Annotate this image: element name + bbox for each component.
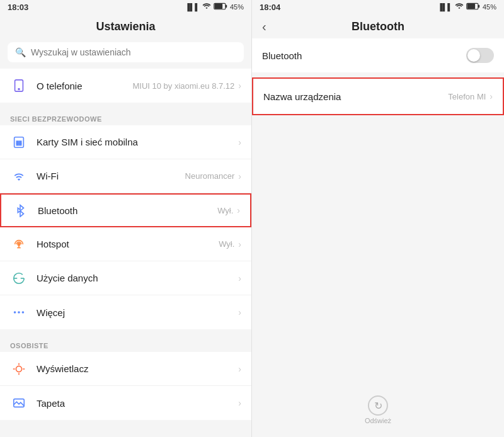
device-name-row[interactable]: Nazwa urządzenia Telefon MI › xyxy=(252,77,504,115)
svg-rect-7 xyxy=(20,141,21,143)
bluetooth-toggle-row[interactable]: Bluetooth xyxy=(252,38,504,72)
right-time: 18:04 xyxy=(260,3,280,12)
data-usage-chevron: › xyxy=(238,273,241,283)
refresh-button[interactable]: ↻ Odśwież xyxy=(365,395,391,424)
data-usage-item[interactable]: Użycie danych › xyxy=(0,261,251,295)
search-icon: 🔍 xyxy=(15,47,26,57)
svg-rect-5 xyxy=(14,137,24,147)
battery-status xyxy=(214,3,227,11)
about-phone-value: MIUI 10 by xiaomi.eu 8.7.12 xyxy=(132,81,234,91)
data-usage-label: Użycie danych xyxy=(37,273,238,283)
svg-point-14 xyxy=(18,311,20,314)
refresh-icon: ↻ xyxy=(368,395,388,416)
about-phone-chevron: › xyxy=(238,81,241,91)
right-bottom: ↻ Odśwież xyxy=(252,399,504,437)
right-wifi-icon xyxy=(455,3,464,11)
personal-group: Wyświetlacz › Tapeta › xyxy=(0,352,251,420)
device-name-label: Nazwa urządzenia xyxy=(263,91,448,102)
battery-percent-left: 45% xyxy=(230,3,244,11)
right-status-bar: 18:04 ▐▌▌ 45% xyxy=(252,0,504,14)
settings-list: O telefonie MIUI 10 by xiaomi.eu 8.7.12 … xyxy=(0,69,251,437)
svg-point-10 xyxy=(18,243,20,246)
display-icon xyxy=(10,360,28,378)
wallpaper-chevron: › xyxy=(238,398,241,408)
top-item-group: O telefonie MIUI 10 by xiaomi.eu 8.7.12 … xyxy=(0,69,251,103)
about-phone-item[interactable]: O telefonie MIUI 10 by xiaomi.eu 8.7.12 … xyxy=(0,69,251,103)
wallpaper-item[interactable]: Tapeta › xyxy=(0,386,251,420)
signal-icon: ▐▌▌ xyxy=(185,3,200,11)
wifi-value: Neuromancer xyxy=(185,171,235,181)
wifi-icon xyxy=(10,167,28,185)
wifi-label: Wi-Fi xyxy=(37,171,185,181)
left-page-title: Ustawienia xyxy=(0,14,251,38)
svg-rect-8 xyxy=(16,143,18,145)
hotspot-label: Hotspot xyxy=(37,239,219,249)
sim-chevron: › xyxy=(238,137,241,147)
more-chevron: › xyxy=(238,307,241,317)
bluetooth-toggle-label: Bluetooth xyxy=(262,50,466,61)
wallpaper-label: Tapeta xyxy=(37,398,238,409)
right-panel: 18:04 ▐▌▌ 45% ‹ Bluetooth xyxy=(252,0,504,437)
back-button[interactable]: ‹ xyxy=(262,20,266,34)
right-battery-percent: 45% xyxy=(483,3,496,11)
right-status-icons: ▐▌▌ 45% xyxy=(438,3,496,11)
search-bar[interactable]: 🔍 xyxy=(8,42,244,62)
section-header-network: SIECI BEZPRZEWODOWE xyxy=(0,108,251,125)
toggle-knob xyxy=(467,49,480,62)
wallpaper-icon xyxy=(10,394,28,412)
display-chevron: › xyxy=(238,364,241,374)
sim-item[interactable]: Karty SIM i sieć mobilna › xyxy=(0,125,251,159)
hotspot-value: Wył. xyxy=(219,239,234,249)
left-status-bar: 18:03 ▐▌▌ 45% xyxy=(0,0,251,14)
hotspot-icon xyxy=(10,236,28,253)
right-page-title: Bluetooth xyxy=(262,20,494,33)
refresh-label: Odśwież xyxy=(365,417,391,424)
svg-point-15 xyxy=(22,311,25,314)
search-input[interactable] xyxy=(31,47,236,57)
bluetooth-item[interactable]: Bluetooth Wył. › xyxy=(0,193,251,227)
bluetooth-label: Bluetooth xyxy=(38,205,217,216)
svg-rect-23 xyxy=(478,5,479,8)
right-battery xyxy=(466,3,480,11)
svg-rect-6 xyxy=(16,141,18,143)
bluetooth-toggle-switch[interactable] xyxy=(466,48,494,63)
svg-point-4 xyxy=(18,89,20,90)
svg-rect-24 xyxy=(467,4,476,9)
more-item[interactable]: Więcej › xyxy=(0,295,251,329)
svg-rect-9 xyxy=(20,143,21,145)
device-name-value: Telefon MI xyxy=(448,92,486,101)
right-content: Bluetooth Nazwa urządzenia Telefon MI › xyxy=(252,38,504,399)
bluetooth-chevron: › xyxy=(237,205,240,215)
left-status-icons: ▐▌▌ 45% xyxy=(185,3,244,11)
display-item[interactable]: Wyświetlacz › xyxy=(0,352,251,386)
network-group: Karty SIM i sieć mobilna › Wi-Fi Neuroma… xyxy=(0,125,251,329)
right-signal-icon: ▐▌▌ xyxy=(438,3,452,11)
bluetooth-icon xyxy=(11,201,29,219)
phone-icon xyxy=(10,77,28,94)
sim-label: Karty SIM i sieć mobilna xyxy=(37,137,238,147)
display-label: Wyświetlacz xyxy=(37,363,238,374)
svg-rect-1 xyxy=(226,5,227,8)
wifi-chevron: › xyxy=(238,171,241,181)
bluetooth-value: Wył. xyxy=(217,206,233,215)
sim-icon xyxy=(10,133,28,151)
svg-point-13 xyxy=(14,311,16,314)
hotspot-item[interactable]: Hotspot Wył. › xyxy=(0,227,251,261)
wifi-status-icon xyxy=(202,3,211,11)
svg-point-16 xyxy=(16,366,21,372)
more-icon xyxy=(10,304,28,321)
hotspot-chevron: › xyxy=(238,239,241,249)
left-panel: 18:03 ▐▌▌ 45% Ustawienia 🔍 xyxy=(0,0,252,437)
about-phone-label: O telefonie xyxy=(37,81,132,91)
right-header: ‹ Bluetooth xyxy=(252,14,504,38)
section-header-personal: OSOBISTE xyxy=(0,334,251,352)
data-usage-icon xyxy=(10,270,28,287)
left-time: 18:03 xyxy=(8,3,28,12)
svg-rect-2 xyxy=(215,4,223,9)
device-name-chevron: › xyxy=(490,91,493,101)
more-label: Więcej xyxy=(37,307,238,318)
wifi-item[interactable]: Wi-Fi Neuromancer › xyxy=(0,159,251,193)
